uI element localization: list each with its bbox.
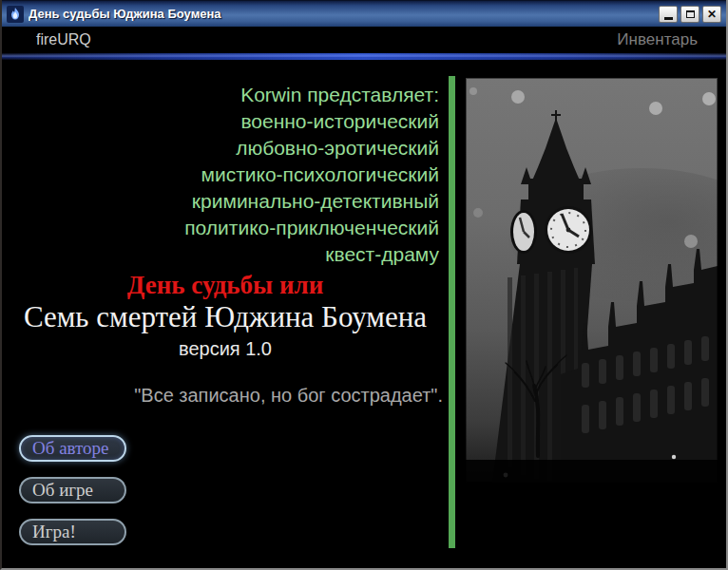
about-author-button[interactable]: Об авторе: [19, 435, 126, 462]
menu-fireurq[interactable]: fireURQ: [36, 31, 91, 48]
game-title: Семь смертей Юджина Боумена: [2, 300, 449, 334]
play-button[interactable]: Игра!: [19, 519, 126, 545]
action-buttons: Об авторе Об игре Игра!: [19, 435, 126, 560]
title-bar[interactable]: День судьбы Юджина Боумена ✕: [2, 0, 726, 27]
genre-line: любовно-эротический: [2, 135, 439, 162]
flame-app-icon: [7, 6, 24, 23]
minimize-button[interactable]: [659, 6, 678, 23]
close-icon: ✕: [707, 9, 717, 20]
green-divider-bar: [449, 76, 455, 548]
app-window: День судьбы Юджина Боумена ✕ fireURQ Инв…: [0, 0, 728, 570]
genre-line: квест-драму: [2, 241, 439, 268]
genre-line: военно-исторический: [2, 108, 439, 135]
genre-list: Korwin представляет: военно-исторический…: [2, 82, 449, 268]
window-title: День судьбы Юджина Боумена: [29, 7, 659, 21]
genre-line: Korwin представляет:: [2, 82, 439, 108]
maximize-button[interactable]: [680, 6, 699, 23]
subtitle-red: День судьбы или: [2, 271, 449, 299]
menu-inventory[interactable]: Инвентарь: [617, 30, 698, 49]
close-button[interactable]: ✕: [702, 6, 721, 23]
genre-line: криминально-детективный: [2, 188, 439, 215]
version-label: версия 1.0: [2, 337, 449, 360]
maximize-icon: [686, 10, 695, 18]
content-area: Korwin представляет: военно-исторический…: [2, 60, 726, 568]
blue-glow-divider: [2, 53, 726, 60]
big-ben-photo: [466, 78, 718, 483]
menu-bar: fireURQ Инвентарь: [2, 27, 726, 53]
window-controls: ✕: [659, 6, 721, 23]
epigraph-quote: "Все записано, но бог сострадает".: [2, 385, 449, 407]
intro-text-column: Korwin представляет: военно-исторический…: [2, 60, 449, 407]
about-game-button[interactable]: Об игре: [19, 477, 126, 504]
genre-line: мистико-психологический: [2, 162, 439, 188]
minimize-icon: [664, 17, 673, 20]
genre-line: политико-приключенческий: [2, 215, 439, 241]
